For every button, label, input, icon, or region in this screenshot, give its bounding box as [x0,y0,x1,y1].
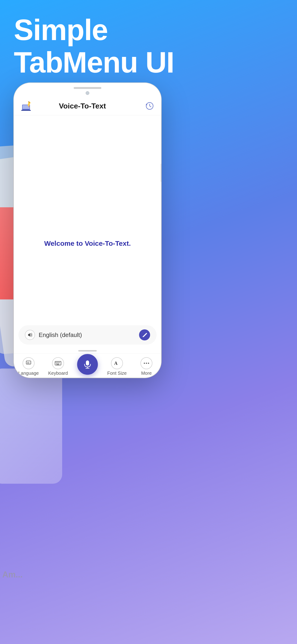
keyboard-tab-icon [52,357,64,369]
fontsize-tab-icon: A [111,357,123,369]
more-tab-label: More [141,370,152,376]
svg-rect-17 [57,363,58,364]
app-icon [20,100,33,112]
phone-top-bar [14,83,161,91]
svg-point-24 [144,363,145,364]
language-icon [25,330,35,340]
language-bar[interactable]: English (default) [18,325,156,344]
language-tab-icon: A 字 [22,357,34,369]
speaker-icon [27,332,33,338]
app-title-text: Voice-To-Text [33,102,132,110]
keyboard-tab-label: Keyboard [48,370,68,376]
app-logo-icon [21,100,33,112]
fontsize-tab-label: Font Size [107,370,127,376]
hero-title: Simple TabMenu UI [14,14,174,79]
tab-more[interactable]: More [132,357,161,376]
svg-rect-19 [56,364,59,365]
svg-rect-18 [58,363,59,364]
mic-tab-icon [77,354,98,375]
phone-inner: Voice-To-Text Welcome to Voice-To-Text. [14,83,161,378]
history-button[interactable] [144,101,155,111]
svg-text:A: A [114,361,118,366]
history-icon [146,102,154,110]
tab-mic[interactable] [73,358,102,375]
more-tab-icon [140,357,152,369]
keyboard-tab-svg [54,360,62,367]
svg-rect-14 [58,362,59,363]
svg-text:字: 字 [28,362,30,364]
language-tab-svg: A 字 [25,360,32,366]
phone-side-button [161,164,161,182]
phone-mockup: Voice-To-Text Welcome to Voice-To-Text. [14,83,161,378]
app-header: Voice-To-Text [14,97,161,116]
bottom-left-text: Am... [2,570,22,580]
tab-keyboard[interactable]: Keyboard [43,357,73,376]
more-tab-svg [143,360,150,367]
svg-rect-20 [86,360,89,366]
handle-bar [78,350,97,352]
svg-rect-16 [56,363,57,364]
svg-rect-13 [57,362,58,363]
mic-tab-svg [83,360,92,369]
edit-button[interactable] [139,329,150,340]
fontsize-tab-svg: A [114,360,120,367]
language-tab-label: Language [18,370,39,376]
svg-point-25 [146,363,147,364]
svg-rect-12 [56,362,56,363]
language-label: English (default) [39,332,139,338]
svg-point-26 [148,363,149,364]
tab-bar: A 字 Language [14,353,161,378]
pencil-check-icon [142,332,148,338]
welcome-text: Welcome to Voice-To-Text. [44,240,131,247]
svg-rect-3 [21,110,31,111]
bottom-handle [14,348,161,353]
svg-rect-15 [59,362,60,363]
phone-notch [74,87,101,89]
phone-camera [86,91,89,95]
light-card-accent [0,368,62,484]
app-content: Welcome to Voice-To-Text. [14,116,161,325]
tab-fontsize[interactable]: A Font Size [102,357,132,376]
